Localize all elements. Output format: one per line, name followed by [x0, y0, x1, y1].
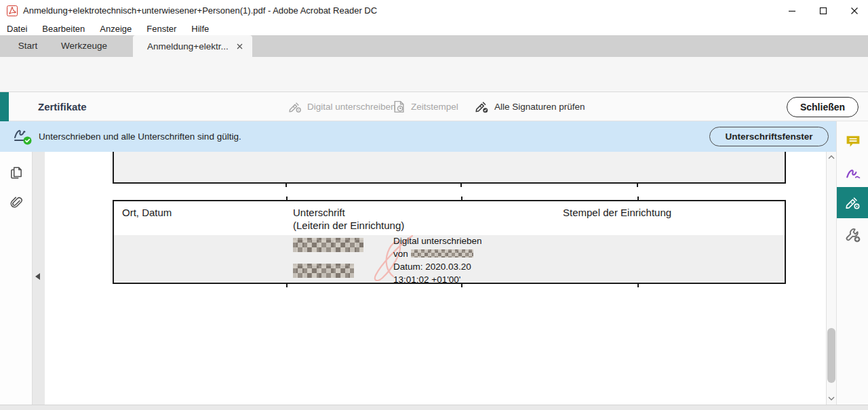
tab-werkzeuge[interactable]: Werkzeuge: [52, 35, 117, 57]
certificates-title: Zertifikate: [38, 92, 87, 121]
table-column-tick: [460, 184, 462, 187]
menu-fenster[interactable]: Fenster: [139, 24, 184, 34]
table-column-tick: [461, 197, 462, 200]
more-tools-icon[interactable]: [837, 222, 868, 249]
close-cert-bar-button[interactable]: Schließen: [787, 97, 859, 117]
menu-anzeige[interactable]: Anzeige: [92, 24, 139, 34]
redacted-signature-line1: [293, 238, 363, 252]
verify-signatures-label: Alle Signaturen prüfen: [494, 102, 585, 112]
menu-bearbeiten[interactable]: Bearbeiten: [35, 24, 92, 34]
timestamp-icon: [392, 100, 406, 114]
signature-status-message: Unterschrieben und alle Unterschriften s…: [39, 121, 241, 152]
signature-panel-button-label: Unterschriftsfenster: [725, 131, 812, 142]
scrollbar-thumb[interactable]: [827, 328, 835, 383]
table-column-tick: [637, 197, 639, 200]
tab-bar: Start Werkzeuge Anmeldung+elektr...: [0, 35, 868, 57]
table-column-tick: [286, 197, 288, 200]
header-leiterin: (Leiterin der Einrichtung): [293, 220, 404, 231]
tab-close-icon[interactable]: [237, 43, 243, 49]
signature-details-line4: 13:01:02 +01'00': [393, 273, 549, 286]
left-navigation-pane: [0, 152, 33, 410]
comments-tool-icon[interactable]: [837, 128, 868, 155]
certificates-accent-strip: [0, 92, 9, 121]
tab-document-label: Anmeldung+elektr...: [147, 41, 237, 52]
adobe-pdf-icon: [7, 5, 18, 16]
document-gutter: [33, 152, 45, 410]
minimize-button[interactable]: [781, 0, 804, 22]
signature-details-line2: von: [393, 247, 549, 260]
menu-hilfe[interactable]: Hilfe: [184, 24, 216, 34]
window-title: Anmeldung+elektrotechnisch+unterwiesener…: [23, 0, 377, 22]
horizontal-scrollbar-track[interactable]: [0, 405, 868, 410]
header-ort-datum: Ort, Datum: [122, 207, 172, 218]
signature-details: Digital unterschrieben von Datum: 2020.0…: [393, 234, 549, 286]
signature-details-line1: Digital unterschrieben: [393, 234, 549, 247]
close-button[interactable]: [843, 0, 866, 22]
collapse-pane-icon[interactable]: [35, 273, 40, 280]
table-column-tick: [285, 184, 287, 187]
signature-details-line3: Datum: 2020.03.20: [393, 260, 549, 273]
certificates-pane-icon: [845, 194, 861, 211]
scroll-up-icon[interactable]: [828, 155, 835, 160]
verify-signatures-button[interactable]: Alle Signaturen prüfen: [475, 92, 585, 121]
header-unterschrift: Unterschrift: [293, 207, 345, 218]
tab-document[interactable]: Anmeldung+elektr...: [133, 35, 252, 57]
digital-sign-button: Digital unterschreiben: [288, 92, 396, 121]
tab-start[interactable]: Start: [8, 35, 47, 57]
redacted-signature-line2: [293, 264, 354, 278]
main-toolbar: 1 / 1 127%: [0, 57, 868, 92]
menu-datei[interactable]: Datei: [7, 24, 35, 34]
form-table-fragment: [113, 152, 786, 184]
scroll-down-icon[interactable]: [828, 396, 835, 401]
fill-sign-pane-icon[interactable]: [837, 161, 868, 188]
signature-valid-icon: [13, 127, 33, 146]
digital-sign-label: Digital unterschreiben: [307, 102, 396, 112]
page-thumbnails-icon[interactable]: [9, 165, 24, 180]
header-stempel: Stempel der Einrichtung: [563, 207, 671, 218]
sign-pen-icon: [288, 100, 302, 114]
maximize-button[interactable]: [812, 0, 835, 22]
menu-bar: Datei Bearbeiten Anzeige Fenster Hilfe: [0, 22, 868, 35]
redacted-signer-name: [411, 249, 473, 258]
timestamp-button: Zeitstempel: [392, 92, 458, 121]
right-tools-pane: [836, 121, 868, 410]
table-column-tick: [637, 284, 639, 287]
table-column-tick: [637, 184, 638, 187]
close-cert-bar-label: Schließen: [800, 102, 845, 112]
timestamp-label: Zeitstempel: [411, 102, 458, 112]
acrobat-window: Anmeldung+elektrotechnisch+unterwiesener…: [0, 0, 868, 410]
title-bar: Anmeldung+elektrotechnisch+unterwiesener…: [0, 0, 868, 22]
attachments-icon[interactable]: [9, 195, 24, 210]
certificates-pane-selected[interactable]: [837, 187, 868, 218]
verify-pen-icon: [475, 100, 490, 115]
signature-panel-button[interactable]: Unterschriftsfenster: [709, 127, 829, 146]
table-column-tick: [286, 284, 288, 287]
